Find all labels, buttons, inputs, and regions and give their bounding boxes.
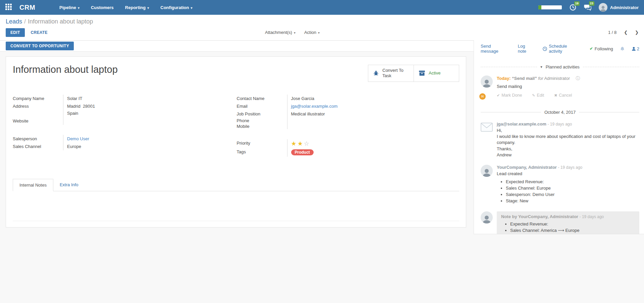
activity-avatar: ✉ [481, 75, 493, 98]
fields-right-column: Contact Name Jose Garcia Email jga@solar… [236, 95, 460, 167]
star-filled-icon[interactable]: ★ [298, 140, 304, 147]
menu-pipeline[interactable]: Pipeline▾ [55, 3, 84, 12]
planned-activities-title: Planned activities [546, 64, 580, 69]
cross-icon: ✖ [554, 93, 557, 97]
field-value: Madrid 28001 Spain [63, 102, 218, 117]
salesperson-link[interactable]: Demo User [67, 136, 89, 141]
message-line: Thanks, [497, 146, 639, 152]
check-icon: ✔ [590, 46, 593, 51]
menu-reporting-label: Reporting [125, 5, 146, 10]
edit-button[interactable]: EDIT [6, 28, 25, 37]
field-priority: Priority ★★☆ [237, 139, 441, 148]
cancel-activity-label: Cancel [559, 93, 572, 98]
send-message-button[interactable]: Send message [481, 44, 510, 54]
field-tags: Tags Product [237, 148, 441, 157]
control-panel-buttons: EDIT CREATE [6, 28, 638, 37]
tab-extra-info[interactable]: Extra Info [53, 179, 85, 191]
create-button[interactable]: CREATE [31, 30, 48, 35]
tab-content[interactable] [13, 191, 459, 221]
chatter-message: jga@solar.example.com - 19 days ago Hi, … [481, 121, 639, 158]
tab-internal-notes[interactable]: Internal Notes [13, 179, 53, 191]
action-dropdown[interactable]: Action▾ [304, 30, 320, 35]
field-label: Email [237, 102, 287, 110]
app-brand[interactable]: CRM [19, 4, 35, 11]
following-toggle[interactable]: ✔Following [590, 46, 613, 51]
messages-chat-icon[interactable]: 23 [584, 4, 591, 11]
goal-progress-fill [538, 5, 541, 9]
action-label: Action [304, 30, 316, 35]
user-menu[interactable]: Administrator [599, 3, 639, 12]
message-avatar [481, 121, 493, 158]
menu-configuration-label: Configuration [160, 5, 189, 10]
activities-clock-icon[interactable]: 19 [569, 4, 577, 11]
attachments-dropdown[interactable]: Attachment(s)▾ [265, 30, 296, 35]
message-body: Lead created [497, 171, 639, 177]
field-label: Priority [237, 139, 287, 148]
address-country: Spain [67, 111, 218, 116]
activity-due: Today: [497, 76, 511, 81]
main-menu: Pipeline▾ Customers Reporting▾ Configura… [55, 3, 196, 12]
tracking-value: Sales Channel: America ⟶ Europe [510, 228, 635, 233]
field-label: Website [13, 117, 63, 125]
menu-customers[interactable]: Customers [87, 3, 118, 12]
top-navbar: CRM Pipeline▾ Customers Reporting▾ Confi… [0, 0, 644, 15]
message-author: YourCompany, Administrator [497, 165, 557, 170]
convert-to-opportunity-button[interactable]: CONVERT TO OPPORTUNITY [6, 42, 74, 50]
field-label: Company Name [13, 95, 63, 102]
form-view: CONVERT TO OPPORTUNITY Information about… [0, 40, 474, 303]
message-author: jga@solar.example.com [497, 121, 546, 127]
address-city-zip: Madrid 28001 [67, 104, 218, 109]
collapse-caret-icon[interactable]: ▾ [540, 65, 542, 69]
tracking-values-list: Expected Revenue: Sales Channel: Europe … [497, 179, 639, 203]
pager-next-icon[interactable]: ❯ [635, 30, 639, 35]
form-background: Information about laptop Convert To Task… [0, 52, 474, 303]
user-avatar [599, 3, 607, 12]
goal-progress-bar[interactable] [538, 5, 562, 9]
menu-pipeline-label: Pipeline [59, 5, 76, 10]
sheet-divider [13, 221, 459, 221]
field-job-position: Job Position Medical illustrator [237, 110, 441, 118]
note-box: Note by YourCompany, Administrator - 19 … [497, 211, 639, 234]
chevron-down-icon: ▾ [318, 31, 320, 35]
breadcrumb-leads[interactable]: Leads [6, 18, 22, 25]
field-label: Mobile [237, 123, 287, 129]
tracking-value: Salesperson: Demo User [506, 192, 639, 197]
log-note-button[interactable]: Log note [518, 44, 535, 54]
bell-icon[interactable] [620, 46, 625, 51]
menu-configuration[interactable]: Configuration▾ [156, 3, 196, 12]
field-value: Europe [63, 143, 218, 150]
priority-stars[interactable]: ★★☆ [291, 140, 310, 147]
active-toggle-button[interactable]: Active [414, 65, 459, 82]
schedule-activity-label: Schedule activity [549, 44, 582, 54]
user-name: Administrator [610, 5, 639, 10]
apps-grid-icon[interactable] [5, 4, 13, 11]
followers-button[interactable]: 2 [632, 46, 639, 51]
field-salesperson: Salesperson Demo User [13, 135, 218, 143]
field-contact-name: Contact Name Jose Garcia [237, 95, 441, 102]
cancel-activity-button[interactable]: ✖Cancel [554, 93, 572, 98]
schedule-activity-button[interactable]: Schedule activity [543, 44, 582, 54]
message-time: - 19 days ago [547, 122, 572, 127]
activity-assignee: Administrator [544, 76, 570, 81]
info-icon[interactable]: ⓘ [576, 76, 580, 81]
edit-activity-button[interactable]: ✎Edit [532, 93, 544, 98]
pencil-icon: ✎ [532, 93, 535, 97]
chevron-down-icon: ▾ [147, 6, 149, 10]
menu-reporting[interactable]: Reporting▾ [121, 3, 153, 12]
mark-done-button[interactable]: ✔Mark Done [497, 93, 522, 98]
star-empty-icon[interactable]: ☆ [304, 140, 310, 147]
field-label: Sales Channel [13, 143, 63, 150]
star-filled-icon[interactable]: ★ [291, 140, 298, 147]
page-title: Information about laptop [13, 64, 118, 75]
field-company-name: Company Name Solar IT [13, 95, 218, 102]
tracking-value: Stage: New [506, 198, 639, 203]
pager-previous-icon[interactable]: ❮ [624, 30, 628, 35]
convert-to-task-button[interactable]: Convert To Task [368, 65, 414, 82]
control-panel-center: Attachment(s)▾ Action▾ [265, 30, 320, 35]
activities-count-badge: 19 [574, 1, 580, 6]
email-link[interactable]: jga@solar.example.com [291, 104, 338, 109]
field-label: Job Position [237, 110, 287, 118]
field-address: Address Madrid 28001 Spain [13, 102, 218, 117]
chatter-toolbar: Send message Log note Schedule activity … [481, 44, 639, 54]
email-activity-badge-icon: ✉ [479, 93, 486, 100]
